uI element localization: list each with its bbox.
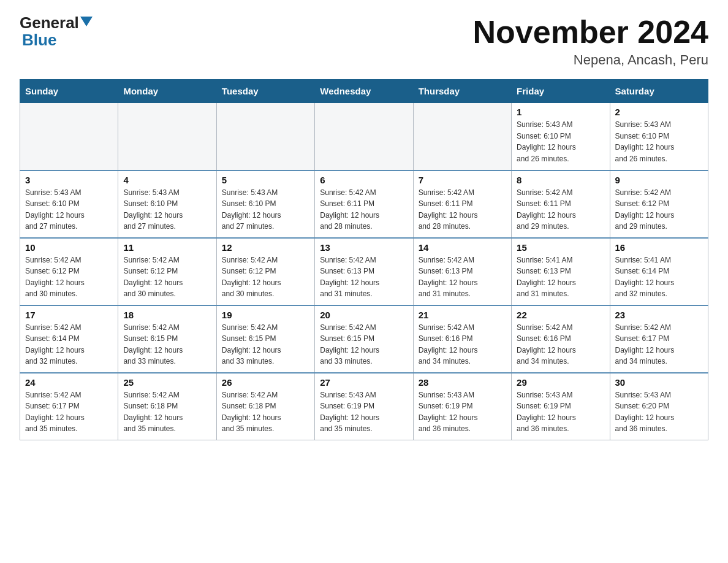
weekday-header-friday: Friday	[512, 80, 610, 103]
day-number: 12	[222, 242, 309, 253]
day-number: 14	[419, 242, 506, 253]
day-number: 17	[25, 310, 113, 320]
calendar-cell: 13Sunrise: 5:42 AMSunset: 6:13 PMDayligh…	[315, 238, 413, 305]
calendar-cell: 14Sunrise: 5:42 AMSunset: 6:13 PMDayligh…	[413, 238, 511, 305]
logo-general-text: General	[20, 15, 79, 31]
logo-triangle-icon	[80, 17, 93, 26]
calendar-cell: 18Sunrise: 5:42 AMSunset: 6:15 PMDayligh…	[118, 305, 216, 373]
day-info: Sunrise: 5:42 AMSunset: 6:13 PMDaylight:…	[320, 255, 408, 300]
calendar-cell: 22Sunrise: 5:42 AMSunset: 6:16 PMDayligh…	[512, 305, 610, 373]
weekday-header-monday: Monday	[118, 80, 216, 103]
calendar-cell	[216, 103, 314, 170]
day-number: 23	[615, 310, 703, 320]
day-number: 27	[320, 377, 408, 388]
day-number: 20	[320, 310, 408, 320]
calendar-cell	[118, 103, 216, 170]
day-number: 3	[25, 175, 113, 185]
day-number: 15	[517, 242, 604, 253]
day-info: Sunrise: 5:42 AMSunset: 6:11 PMDaylight:…	[320, 187, 408, 232]
calendar-cell: 27Sunrise: 5:43 AMSunset: 6:19 PMDayligh…	[315, 373, 413, 440]
day-info: Sunrise: 5:42 AMSunset: 6:16 PMDaylight:…	[419, 322, 506, 367]
day-info: Sunrise: 5:42 AMSunset: 6:15 PMDaylight:…	[123, 322, 211, 367]
calendar-cell: 19Sunrise: 5:42 AMSunset: 6:15 PMDayligh…	[216, 305, 314, 373]
calendar-cell: 6Sunrise: 5:42 AMSunset: 6:11 PMDaylight…	[315, 170, 413, 238]
day-number: 25	[123, 377, 211, 388]
day-number: 6	[320, 175, 408, 185]
weekday-header-wednesday: Wednesday	[315, 80, 413, 103]
day-number: 13	[320, 242, 408, 253]
title-block: November 2024 Nepena, Ancash, Peru	[473, 15, 708, 68]
day-number: 4	[123, 175, 211, 185]
calendar-cell: 28Sunrise: 5:43 AMSunset: 6:19 PMDayligh…	[413, 373, 511, 440]
day-info: Sunrise: 5:42 AMSunset: 6:17 PMDaylight:…	[25, 389, 113, 435]
day-info: Sunrise: 5:42 AMSunset: 6:15 PMDaylight:…	[320, 322, 408, 367]
calendar-cell: 5Sunrise: 5:43 AMSunset: 6:10 PMDaylight…	[216, 170, 314, 238]
calendar-week-row: 17Sunrise: 5:42 AMSunset: 6:14 PMDayligh…	[20, 305, 708, 373]
calendar-cell: 8Sunrise: 5:42 AMSunset: 6:11 PMDaylight…	[512, 170, 610, 238]
logo: General Blue	[20, 15, 94, 50]
calendar-cell: 10Sunrise: 5:42 AMSunset: 6:12 PMDayligh…	[20, 238, 118, 305]
day-number: 22	[517, 310, 604, 320]
day-info: Sunrise: 5:42 AMSunset: 6:11 PMDaylight:…	[517, 187, 604, 232]
day-info: Sunrise: 5:42 AMSunset: 6:11 PMDaylight:…	[419, 187, 506, 232]
day-info: Sunrise: 5:42 AMSunset: 6:12 PMDaylight:…	[123, 255, 211, 300]
calendar-cell: 30Sunrise: 5:43 AMSunset: 6:20 PMDayligh…	[610, 373, 708, 440]
day-number: 8	[517, 175, 604, 185]
day-info: Sunrise: 5:41 AMSunset: 6:13 PMDaylight:…	[517, 255, 604, 300]
calendar-cell: 24Sunrise: 5:42 AMSunset: 6:17 PMDayligh…	[20, 373, 118, 440]
calendar-cell	[20, 103, 118, 170]
calendar-table: SundayMondayTuesdayWednesdayThursdayFrid…	[20, 79, 708, 440]
calendar-cell: 21Sunrise: 5:42 AMSunset: 6:16 PMDayligh…	[413, 305, 511, 373]
day-info: Sunrise: 5:42 AMSunset: 6:13 PMDaylight:…	[419, 255, 506, 300]
calendar-cell: 25Sunrise: 5:42 AMSunset: 6:18 PMDayligh…	[118, 373, 216, 440]
day-number: 29	[517, 377, 604, 388]
calendar-cell: 1Sunrise: 5:43 AMSunset: 6:10 PMDaylight…	[512, 103, 610, 170]
day-info: Sunrise: 5:43 AMSunset: 6:10 PMDaylight:…	[615, 119, 703, 164]
weekday-header-thursday: Thursday	[413, 80, 511, 103]
calendar-cell: 15Sunrise: 5:41 AMSunset: 6:13 PMDayligh…	[512, 238, 610, 305]
day-number: 19	[222, 310, 309, 320]
weekday-header-saturday: Saturday	[610, 80, 708, 103]
day-info: Sunrise: 5:43 AMSunset: 6:19 PMDaylight:…	[419, 389, 506, 435]
day-number: 21	[419, 310, 506, 320]
day-number: 5	[222, 175, 309, 185]
day-info: Sunrise: 5:43 AMSunset: 6:19 PMDaylight:…	[320, 389, 408, 435]
day-info: Sunrise: 5:42 AMSunset: 6:17 PMDaylight:…	[615, 322, 703, 367]
day-number: 18	[123, 310, 211, 320]
day-number: 7	[419, 175, 506, 185]
day-info: Sunrise: 5:43 AMSunset: 6:20 PMDaylight:…	[615, 389, 703, 435]
day-info: Sunrise: 5:42 AMSunset: 6:14 PMDaylight:…	[25, 322, 113, 367]
day-number: 11	[123, 242, 211, 253]
day-info: Sunrise: 5:43 AMSunset: 6:10 PMDaylight:…	[123, 187, 211, 232]
day-info: Sunrise: 5:43 AMSunset: 6:10 PMDaylight:…	[25, 187, 113, 232]
calendar-cell: 23Sunrise: 5:42 AMSunset: 6:17 PMDayligh…	[610, 305, 708, 373]
calendar-cell: 11Sunrise: 5:42 AMSunset: 6:12 PMDayligh…	[118, 238, 216, 305]
weekday-header-sunday: Sunday	[20, 80, 118, 103]
day-info: Sunrise: 5:43 AMSunset: 6:10 PMDaylight:…	[517, 119, 604, 164]
day-number: 10	[25, 242, 113, 253]
calendar-cell: 16Sunrise: 5:41 AMSunset: 6:14 PMDayligh…	[610, 238, 708, 305]
calendar-cell	[413, 103, 511, 170]
calendar-cell: 29Sunrise: 5:43 AMSunset: 6:19 PMDayligh…	[512, 373, 610, 440]
day-number: 16	[615, 242, 703, 253]
calendar-week-row: 10Sunrise: 5:42 AMSunset: 6:12 PMDayligh…	[20, 238, 708, 305]
page-header: General Blue November 2024 Nepena, Ancas…	[20, 15, 708, 68]
day-number: 24	[25, 377, 113, 388]
month-title: November 2024	[473, 15, 708, 50]
day-info: Sunrise: 5:41 AMSunset: 6:14 PMDaylight:…	[615, 255, 703, 300]
calendar-week-row: 1Sunrise: 5:43 AMSunset: 6:10 PMDaylight…	[20, 103, 708, 170]
calendar-cell: 7Sunrise: 5:42 AMSunset: 6:11 PMDaylight…	[413, 170, 511, 238]
day-info: Sunrise: 5:42 AMSunset: 6:12 PMDaylight:…	[615, 187, 703, 232]
day-info: Sunrise: 5:43 AMSunset: 6:10 PMDaylight:…	[222, 187, 309, 232]
day-number: 28	[419, 377, 506, 388]
calendar-cell: 26Sunrise: 5:42 AMSunset: 6:18 PMDayligh…	[216, 373, 314, 440]
day-number: 9	[615, 175, 703, 185]
day-number: 1	[517, 107, 604, 117]
calendar-cell: 3Sunrise: 5:43 AMSunset: 6:10 PMDaylight…	[20, 170, 118, 238]
calendar-cell: 12Sunrise: 5:42 AMSunset: 6:12 PMDayligh…	[216, 238, 314, 305]
day-info: Sunrise: 5:43 AMSunset: 6:19 PMDaylight:…	[517, 389, 604, 435]
day-number: 30	[615, 377, 703, 388]
calendar-week-row: 24Sunrise: 5:42 AMSunset: 6:17 PMDayligh…	[20, 373, 708, 440]
day-info: Sunrise: 5:42 AMSunset: 6:12 PMDaylight:…	[25, 255, 113, 300]
calendar-cell	[315, 103, 413, 170]
